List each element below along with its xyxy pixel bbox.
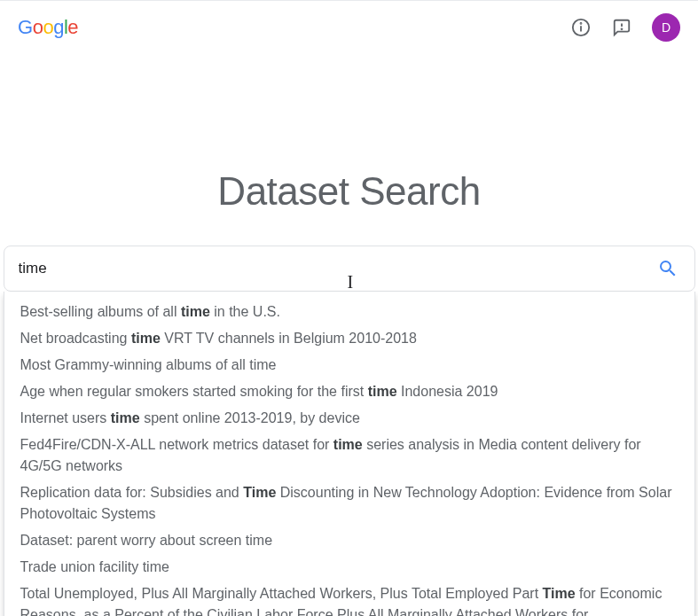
header: Google D	[0, 1, 698, 54]
feedback-icon[interactable]	[611, 17, 632, 38]
suggestion-item[interactable]: Internet users time spent online 2013-20…	[4, 405, 694, 432]
suggestion-item[interactable]: Fed4Fire/CDN-X-ALL network metrics datas…	[4, 432, 694, 480]
suggestion-item[interactable]: Total Unemployed, Plus All Marginally At…	[4, 581, 694, 616]
suggestion-item[interactable]: Most Grammy-winning albums of all time	[4, 352, 694, 378]
info-icon[interactable]	[570, 17, 592, 38]
google-logo[interactable]: Google	[18, 16, 78, 39]
search-input[interactable]	[15, 246, 652, 291]
suggestion-item[interactable]: Replication data for: Subsidies and Time…	[4, 480, 694, 527]
suggestion-item[interactable]: Net broadcasting time VRT TV channels in…	[4, 325, 694, 352]
svg-point-2	[581, 23, 582, 24]
page-title: Dataset Search	[217, 169, 480, 214]
header-actions: D	[570, 13, 680, 42]
suggestion-item[interactable]: Age when regular smokers started smoking…	[4, 378, 694, 405]
suggestion-item[interactable]: Trade union facility time	[4, 554, 694, 581]
suggestion-item[interactable]: Dataset: parent worry about screen time	[4, 527, 694, 554]
suggestion-item[interactable]: Best-selling albums of all time in the U…	[4, 299, 694, 325]
search-icon	[657, 258, 678, 279]
avatar[interactable]: D	[652, 13, 680, 42]
main: Dataset Search I Best-selling albums of …	[0, 54, 698, 292]
search-suggestions: Best-selling albums of all time in the U…	[4, 292, 695, 616]
avatar-initial: D	[662, 20, 671, 35]
search-button[interactable]	[652, 253, 684, 285]
svg-point-4	[622, 28, 623, 29]
search-box	[4, 246, 695, 292]
search-container: I Best-selling albums of all time in the…	[4, 246, 695, 292]
